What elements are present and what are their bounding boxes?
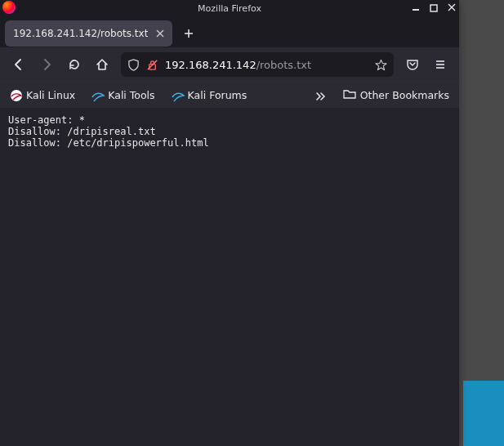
- back-button[interactable]: [7, 52, 31, 77]
- titlebar: Mozilla Firefox: [0, 0, 459, 16]
- new-tab-button[interactable]: [177, 22, 200, 45]
- tab-title: 192.168.241.142/robots.txt: [13, 28, 148, 39]
- tracking-protection-icon[interactable]: [127, 59, 140, 71]
- other-bookmarks-label: Other Bookmarks: [360, 89, 449, 101]
- bookmarks-overflow-button[interactable]: [310, 86, 330, 105]
- bookmark-kali-forums[interactable]: Kali Forums: [168, 86, 251, 105]
- tab-close-button[interactable]: [156, 28, 164, 39]
- kali-dragon-icon: [10, 89, 23, 102]
- robots-txt-body: User-agent: * Disallow: /dripisreal.txt …: [8, 114, 451, 149]
- page-content[interactable]: User-agent: * Disallow: /dripisreal.txt …: [0, 108, 459, 446]
- other-bookmarks-folder[interactable]: Other Bookmarks: [340, 84, 453, 106]
- bookmark-kali-linux[interactable]: Kali Linux: [7, 86, 78, 105]
- url-path: /robots.txt: [256, 59, 312, 71]
- firefox-window: Mozilla Firefox 192.168.241.142/robots.t…: [0, 0, 459, 446]
- window-controls: [412, 0, 456, 16]
- minimize-button[interactable]: [412, 3, 420, 13]
- folder-icon: [343, 87, 356, 103]
- bookmark-label: Kali Tools: [108, 89, 154, 101]
- bookmark-label: Kali Forums: [188, 89, 248, 101]
- app-menu-button[interactable]: [428, 52, 453, 77]
- svg-rect-1: [430, 5, 437, 11]
- url-text: 192.168.241.142/robots.txt: [165, 59, 368, 71]
- desktop-background: [459, 0, 504, 446]
- maximize-button[interactable]: [430, 4, 438, 12]
- desktop-accent: [463, 381, 504, 446]
- window-title: Mozilla Firefox: [0, 3, 459, 14]
- kali-dragon-icon: [172, 89, 185, 102]
- bookmark-kali-tools[interactable]: Kali Tools: [88, 86, 158, 105]
- bookmarks-toolbar: Kali Linux Kali Tools Kali Forums Other …: [0, 82, 459, 108]
- tab-active[interactable]: 192.168.241.142/robots.txt: [5, 20, 172, 47]
- pocket-button[interactable]: [400, 52, 425, 77]
- close-button[interactable]: [448, 3, 456, 13]
- kali-dragon-icon: [91, 89, 105, 102]
- url-bar[interactable]: 192.168.241.142/robots.txt: [121, 52, 394, 77]
- firefox-icon: [2, 1, 17, 16]
- nav-toolbar: 192.168.241.142/robots.txt: [0, 47, 459, 82]
- bookmark-star-icon[interactable]: [375, 59, 387, 71]
- bookmark-label: Kali Linux: [26, 89, 75, 101]
- insecure-lock-icon[interactable]: [146, 59, 158, 71]
- url-host: 192.168.241.142: [165, 59, 256, 71]
- home-button[interactable]: [90, 52, 114, 77]
- reload-button[interactable]: [62, 52, 87, 77]
- tabstrip: 192.168.241.142/robots.txt: [0, 16, 459, 47]
- forward-button[interactable]: [34, 52, 59, 77]
